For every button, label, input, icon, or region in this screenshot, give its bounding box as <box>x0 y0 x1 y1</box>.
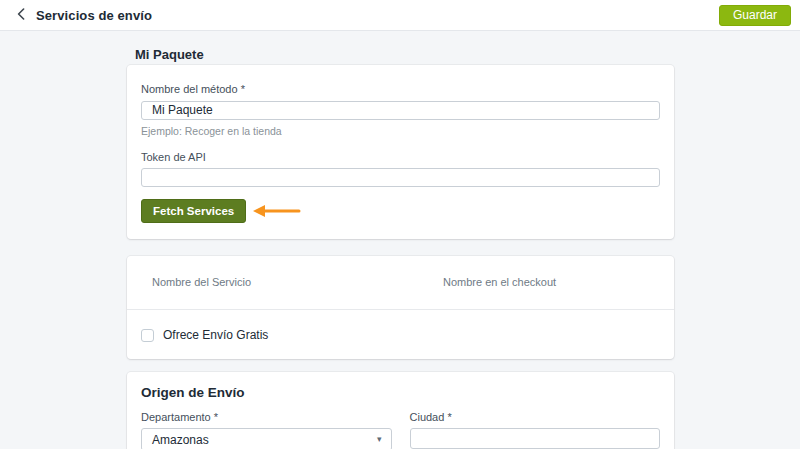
method-name-field-group: Nombre del método * Ejemplo: Recoger en … <box>141 83 660 138</box>
free-shipping-checkbox[interactable] <box>141 329 154 342</box>
department-select[interactable]: Amazonas ▾ <box>141 428 392 449</box>
origin-card-title: Origen de Envío <box>141 385 660 400</box>
services-table-header: Nombre del Servicio Nombre en el checkou… <box>127 256 674 310</box>
fetch-services-row: Fetch Services <box>141 199 660 223</box>
api-token-field-group: Token de API <box>141 151 660 188</box>
department-selected-value: Amazonas <box>152 433 209 447</box>
department-field-group: Departamento * Amazonas ▾ <box>141 411 392 449</box>
page-title: Servicios de envío <box>36 8 152 23</box>
api-token-label: Token de API <box>141 151 660 164</box>
method-name-input[interactable] <box>141 101 660 120</box>
back-button[interactable] <box>17 8 25 23</box>
left-arrow-annotation-icon <box>253 203 301 219</box>
column-header-checkout-name: Nombre en el checkout <box>443 276 660 289</box>
free-shipping-label[interactable]: Ofrece Envío Gratis <box>163 328 268 342</box>
page-content: Mi Paquete Nombre del método * Ejemplo: … <box>0 31 800 449</box>
save-button[interactable]: Guardar <box>719 5 791 26</box>
method-name-helper: Ejemplo: Recoger en la tienda <box>141 125 660 138</box>
chevron-left-icon <box>17 8 25 23</box>
free-shipping-row: Ofrece Envío Gratis <box>127 310 674 359</box>
origin-card: Origen de Envío Departamento * Amazonas … <box>127 372 674 449</box>
method-card: Nombre del método * Ejemplo: Recoger en … <box>127 65 674 239</box>
top-bar: Servicios de envío Guardar <box>0 0 800 31</box>
api-token-input[interactable] <box>141 168 660 187</box>
city-field-group: Ciudad * <box>410 411 661 449</box>
department-label: Departamento * <box>141 411 392 424</box>
section-title: Mi Paquete <box>135 47 674 62</box>
services-card: Nombre del Servicio Nombre en el checkou… <box>127 256 674 359</box>
fetch-services-button[interactable]: Fetch Services <box>141 199 246 223</box>
method-name-label: Nombre del método * <box>141 83 660 96</box>
column-header-service-name: Nombre del Servicio <box>152 276 443 289</box>
chevron-down-icon: ▾ <box>377 435 382 444</box>
city-input[interactable] <box>410 428 661 449</box>
city-label: Ciudad * <box>410 411 661 424</box>
